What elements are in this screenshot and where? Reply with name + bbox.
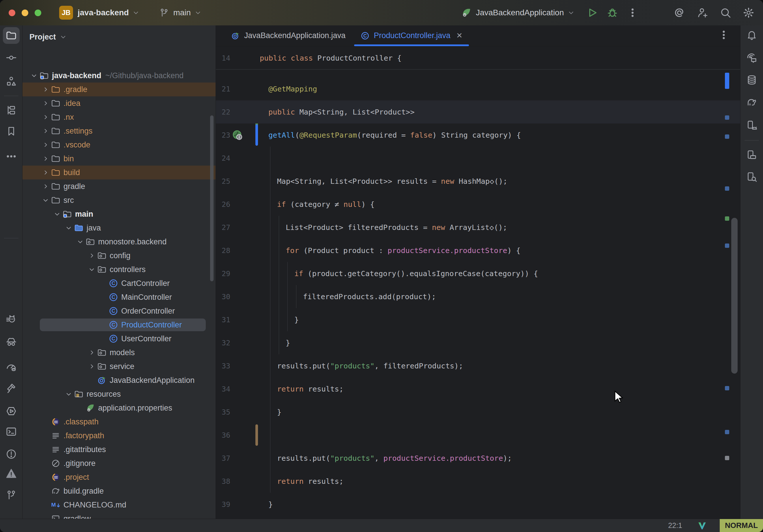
code-line-37[interactable]: 37results.put("products", productService… — [216, 447, 740, 470]
vcs-widget[interactable]: main — [159, 8, 202, 18]
chevron-right-icon[interactable] — [87, 361, 97, 372]
tree-item--gitattributes[interactable]: .gitattributes — [23, 443, 216, 457]
line-number[interactable]: 38 — [216, 477, 260, 485]
tree-item-resources[interactable]: resources — [23, 387, 216, 401]
problems-icon[interactable] — [3, 446, 20, 463]
tree-item-service[interactable]: service — [23, 360, 216, 373]
editor-options-kebab-icon[interactable] — [718, 30, 729, 41]
ai-cat-icon[interactable] — [3, 311, 20, 328]
git-branch-icon[interactable] — [3, 487, 20, 503]
run-configuration-widget[interactable]: JavaBackendApplication — [461, 7, 576, 18]
tree-item-src[interactable]: src — [23, 193, 216, 207]
tree-item--gitignore[interactable]: .gitignore — [23, 457, 216, 470]
analysis-strip-mark[interactable] — [725, 115, 729, 120]
tree-item-controllers[interactable]: controllers — [23, 263, 216, 276]
structure-icon[interactable] — [3, 73, 20, 90]
sticky-header-line[interactable]: 14public class ProductController { — [216, 47, 740, 69]
tree-item-config[interactable]: config — [23, 249, 216, 263]
tree-item-build[interactable]: build — [23, 165, 216, 179]
bookmarks-icon[interactable] — [3, 123, 20, 140]
analysis-strip-mark[interactable] — [725, 186, 729, 191]
minimize-window-button[interactable] — [22, 10, 28, 16]
code-line-27[interactable]: 27List<Product> filteredProducts = new A… — [216, 216, 740, 239]
tree-item--nx[interactable]: .nx — [23, 110, 216, 124]
line-number[interactable]: 22 — [216, 108, 260, 116]
tree-item-java[interactable]: java — [23, 221, 216, 235]
code-line-29[interactable]: 29if (product.getCategory().equalsIgnore… — [216, 262, 740, 285]
line-number[interactable]: 33 — [216, 362, 260, 370]
tree-item-gradlew[interactable]: gradlew — [23, 512, 216, 519]
line-number[interactable]: 37 — [216, 454, 260, 463]
chevron-down-icon[interactable] — [87, 264, 97, 275]
line-number[interactable]: 39 — [216, 500, 260, 509]
vcs-change-marker[interactable] — [256, 124, 258, 146]
running-devices-icon[interactable] — [743, 117, 760, 134]
chevron-right-icon[interactable] — [87, 347, 97, 358]
line-number[interactable]: 34 — [216, 385, 260, 393]
code-line-31[interactable]: 31} — [216, 308, 740, 331]
project-avatar[interactable]: JB — [59, 6, 73, 20]
vim-mode-badge[interactable]: NORMAL — [720, 519, 763, 532]
analysis-strip-mark[interactable] — [725, 135, 729, 139]
tree-item-ordercontroller[interactable]: COrderController — [23, 304, 216, 318]
line-number[interactable]: 31 — [216, 316, 260, 324]
device-file-search-icon[interactable] — [743, 168, 760, 185]
add-user-icon[interactable] — [696, 6, 709, 19]
notifications-bell-icon[interactable] — [743, 27, 760, 43]
sticky-code-line-14[interactable]: 14public class ProductController { — [216, 47, 740, 69]
line-number[interactable]: 25 — [216, 177, 260, 185]
tree-item-javabackendapplication[interactable]: JavaBackendApplication — [23, 373, 216, 387]
project-widget[interactable]: java-backend — [73, 8, 140, 17]
code-line-28[interactable]: 28for (Product product : productService.… — [216, 239, 740, 262]
tab-javabackendapplication-java[interactable]: JavaBackendApplication.java — [223, 25, 353, 46]
code-line-35[interactable]: 35} — [216, 400, 740, 424]
tree-item--settings[interactable]: .settings — [23, 124, 216, 138]
incognito-detective-icon[interactable] — [3, 334, 20, 351]
line-number[interactable]: 21 — [216, 85, 260, 93]
tree-item--factorypath[interactable]: .factorypath — [23, 429, 216, 443]
chevron-right-icon[interactable] — [41, 84, 51, 95]
project-folder-icon[interactable] — [3, 27, 20, 44]
tab-productcontroller-java[interactable]: CProductController.java✕ — [353, 25, 470, 46]
chevron-right-icon[interactable] — [41, 98, 51, 108]
code-viewport[interactable]: 21@GetMapping22public Map<String, List<P… — [216, 70, 740, 519]
chevron-right-icon[interactable] — [41, 126, 51, 136]
tree-item-java-backend[interactable]: java-backend~/Github/java-backend — [23, 69, 216, 82]
code-line-32[interactable]: 32} — [216, 331, 740, 354]
code-line-26[interactable]: 26if (category ≠ null) { — [216, 193, 740, 216]
chevron-down-icon[interactable] — [52, 209, 62, 219]
analysis-strip-mark[interactable] — [725, 244, 729, 248]
line-number[interactable]: 30 — [216, 292, 260, 301]
close-tab-icon[interactable]: ✕ — [456, 31, 463, 40]
code-line-30[interactable]: 30filteredProducts.add(product); — [216, 285, 740, 308]
analysis-strip-mark[interactable] — [725, 430, 729, 434]
warnings-triangle-icon[interactable] — [3, 465, 20, 482]
gradle-elephant-icon[interactable] — [743, 94, 760, 111]
line-number[interactable]: 32 — [216, 339, 260, 347]
chevron-right-icon[interactable] — [41, 154, 51, 164]
tree-item-bin[interactable]: bin — [23, 152, 216, 165]
chevron-down-icon[interactable] — [63, 223, 74, 233]
chevron-down-icon[interactable] — [63, 389, 74, 399]
tree-item-models[interactable]: models — [23, 346, 216, 360]
debug-bug-icon[interactable] — [606, 6, 619, 19]
tree-item--project[interactable]: .project — [23, 470, 216, 484]
line-number[interactable]: 28 — [216, 246, 260, 255]
run-play-icon[interactable] — [586, 6, 599, 19]
terminal-icon[interactable] — [3, 423, 20, 440]
tree-item--idea[interactable]: .idea — [23, 96, 216, 110]
settings-gear-icon[interactable] — [742, 6, 755, 19]
analysis-strip-mark[interactable] — [725, 456, 729, 460]
close-window-button[interactable] — [9, 10, 15, 16]
tree-item-changelog-md[interactable]: MCHANGELOG.md — [23, 498, 216, 512]
spring-endpoint-gutter-icon[interactable] — [232, 130, 243, 141]
tree-item-usercontroller[interactable]: CUserController — [23, 332, 216, 346]
line-number[interactable]: 26 — [216, 200, 260, 209]
device-explorer-icon[interactable] — [743, 147, 760, 163]
chevron-right-icon[interactable] — [87, 251, 97, 261]
tree-item--vscode[interactable]: .vscode — [23, 138, 216, 152]
line-number[interactable]: 24 — [216, 154, 260, 162]
chevron-down-icon[interactable] — [29, 70, 39, 81]
hierarchy-icon[interactable] — [3, 102, 20, 119]
chevron-down-icon[interactable] — [41, 195, 51, 205]
